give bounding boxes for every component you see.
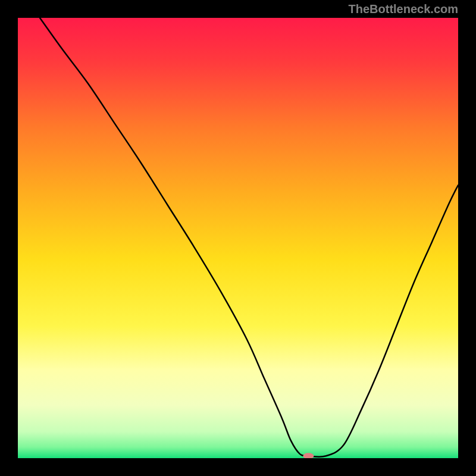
- watermark-text: TheBottleneck.com: [349, 2, 458, 16]
- gradient-background: [18, 18, 458, 458]
- plot-area: [18, 18, 458, 458]
- bottleneck-chart: [18, 18, 458, 458]
- chart-frame: TheBottleneck.com: [0, 0, 476, 476]
